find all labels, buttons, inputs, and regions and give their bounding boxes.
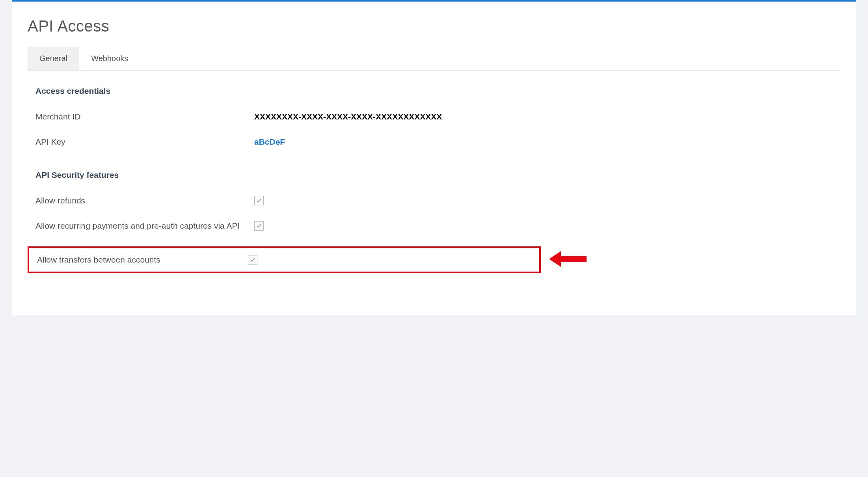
field-allow-refunds: Allow refunds <box>35 196 833 205</box>
tabs-bar: General Webhooks <box>28 47 840 71</box>
allow-refunds-label: Allow refunds <box>35 196 254 205</box>
merchant-id-value: XXXXXXXX-XXXX-XXXX-XXXX-XXXXXXXXXXXX <box>254 112 442 121</box>
annotation-highlight-box: Allow transfers between accounts <box>28 246 541 273</box>
api-key-value[interactable]: aBcDeF <box>254 137 285 147</box>
allow-transfers-label: Allow transfers between accounts <box>37 255 248 265</box>
merchant-id-label: Merchant ID <box>35 112 254 121</box>
section-heading-security: API Security features <box>35 170 833 186</box>
section-heading-credentials: Access credentials <box>35 86 833 102</box>
check-icon <box>250 257 256 263</box>
field-api-key: API Key aBcDeF <box>35 137 833 147</box>
content-area: Access credentials Merchant ID XXXXXXXX-… <box>28 86 840 273</box>
tab-general[interactable]: General <box>28 47 79 70</box>
page-container: API Access General Webhooks Access crede… <box>12 0 856 315</box>
page-title: API Access <box>28 17 840 35</box>
annotation-arrow <box>549 249 589 270</box>
check-icon <box>256 223 262 229</box>
allow-recurring-checkbox[interactable] <box>254 221 264 231</box>
field-allow-transfers: Allow transfers between accounts <box>29 255 531 265</box>
allow-refunds-checkbox[interactable] <box>254 196 264 205</box>
allow-recurring-label: Allow recurring payments and pre-auth ca… <box>35 221 254 231</box>
api-key-label: API Key <box>35 137 254 147</box>
tab-webhooks[interactable]: Webhooks <box>79 47 140 70</box>
allow-transfers-checkbox[interactable] <box>248 255 257 265</box>
check-icon <box>256 198 262 204</box>
field-allow-recurring: Allow recurring payments and pre-auth ca… <box>35 221 833 231</box>
svg-marker-0 <box>549 251 587 267</box>
field-merchant-id: Merchant ID XXXXXXXX-XXXX-XXXX-XXXX-XXXX… <box>35 112 833 121</box>
arrow-left-icon <box>549 249 589 269</box>
